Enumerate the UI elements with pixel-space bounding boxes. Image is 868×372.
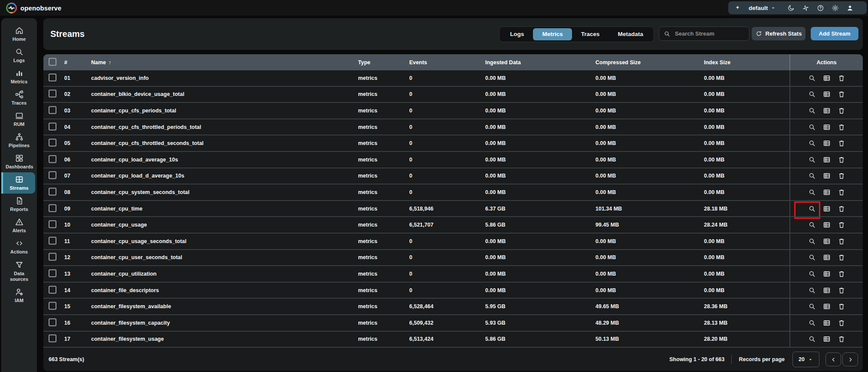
explore-stream-button[interactable] xyxy=(808,172,816,180)
sidebar-item[interactable]: Actions xyxy=(1,236,35,257)
sidebar-item[interactable]: Reports xyxy=(1,194,35,215)
column-name[interactable]: Name↑ xyxy=(91,59,111,66)
explore-stream-button[interactable] xyxy=(808,303,816,310)
sidebar-item[interactable]: Home xyxy=(1,23,35,45)
delete-stream-button[interactable] xyxy=(838,237,845,245)
delete-stream-button[interactable] xyxy=(838,123,845,131)
row-checkbox[interactable] xyxy=(49,204,56,212)
delete-stream-button[interactable] xyxy=(838,172,845,180)
table-row[interactable]: 11 container_cpu_usage_seconds_total met… xyxy=(43,233,863,249)
table-row[interactable]: 13 container_cpu_utilization metrics 0 0… xyxy=(43,265,863,282)
sidebar-item[interactable]: Data sources xyxy=(1,257,35,285)
add-stream-button[interactable]: Add Stream xyxy=(811,27,858,40)
sidebar-item[interactable]: RUM xyxy=(1,109,35,130)
stream-schema-button[interactable] xyxy=(823,319,831,327)
sidebar-item[interactable]: Traces xyxy=(1,87,35,109)
delete-stream-button[interactable] xyxy=(838,188,845,196)
table-row[interactable]: 04 container_cpu_cfs_throttled_periods_t… xyxy=(43,119,863,135)
stream-schema-button[interactable] xyxy=(823,123,831,131)
stream-schema-button[interactable] xyxy=(823,172,831,180)
row-checkbox[interactable] xyxy=(49,269,56,277)
previous-page-button[interactable] xyxy=(825,352,841,366)
explore-stream-button[interactable] xyxy=(808,205,816,213)
row-checkbox[interactable] xyxy=(49,155,56,163)
explore-stream-button[interactable] xyxy=(808,221,816,229)
stream-schema-button[interactable] xyxy=(823,303,831,310)
stream-schema-button[interactable] xyxy=(823,74,831,82)
row-checkbox[interactable] xyxy=(49,253,56,261)
sidebar-item[interactable]: Logs xyxy=(1,45,35,66)
delete-stream-button[interactable] xyxy=(838,90,845,98)
stream-schema-button[interactable] xyxy=(823,335,831,343)
stream-schema-button[interactable] xyxy=(823,221,831,229)
sidebar-item[interactable]: Pipelines xyxy=(1,130,35,151)
select-all-checkbox[interactable] xyxy=(49,58,56,66)
refresh-stats-button[interactable]: Refresh Stats xyxy=(752,27,806,40)
table-row[interactable]: 17 container_filesystem_usage metrics 6,… xyxy=(43,331,863,347)
sidebar-item[interactable]: Metrics xyxy=(1,66,35,87)
ai-sparkle-icon[interactable] xyxy=(734,4,741,12)
sidebar-item[interactable]: Streams xyxy=(1,172,35,194)
delete-stream-button[interactable] xyxy=(838,221,845,229)
delete-stream-button[interactable] xyxy=(838,139,845,147)
table-row[interactable]: 10 container_cpu_usage metrics 6,521,707… xyxy=(43,216,863,233)
table-row[interactable]: 08 container_cpu_system_seconds_total me… xyxy=(43,184,863,200)
delete-stream-button[interactable] xyxy=(838,156,845,164)
stream-schema-button[interactable] xyxy=(823,270,831,278)
explore-stream-button[interactable] xyxy=(808,270,816,278)
help-icon[interactable] xyxy=(817,4,824,12)
tab[interactable]: Traces xyxy=(572,28,609,40)
explore-stream-button[interactable] xyxy=(808,286,816,294)
stream-schema-button[interactable] xyxy=(823,205,831,213)
table-row[interactable]: 12 container_cpu_user_seconds_total metr… xyxy=(43,249,863,266)
sidebar-item[interactable]: Dashboards xyxy=(1,151,35,172)
row-checkbox[interactable] xyxy=(49,90,56,98)
row-checkbox[interactable] xyxy=(49,188,56,195)
explore-stream-button[interactable] xyxy=(808,237,816,245)
table-row[interactable]: 02 container_blkio_device_usage_total me… xyxy=(43,86,863,102)
explore-stream-button[interactable] xyxy=(808,139,816,147)
explore-stream-button[interactable] xyxy=(808,319,816,327)
slack-icon[interactable] xyxy=(802,4,809,12)
stream-schema-button[interactable] xyxy=(823,107,831,115)
row-checkbox[interactable] xyxy=(49,286,56,293)
delete-stream-button[interactable] xyxy=(838,319,845,327)
table-row[interactable]: 16 container_filesystem_capacity metrics… xyxy=(43,314,863,331)
table-row[interactable]: 07 container_cpu_load_d_average_10s metr… xyxy=(43,168,863,184)
delete-stream-button[interactable] xyxy=(838,303,845,310)
search-stream-input[interactable] xyxy=(674,30,741,37)
user-profile-icon[interactable] xyxy=(846,4,854,12)
delete-stream-button[interactable] xyxy=(838,74,845,82)
stream-schema-button[interactable] xyxy=(823,253,831,261)
org-selector[interactable]: default xyxy=(749,5,776,11)
row-checkbox[interactable] xyxy=(49,221,56,228)
tab[interactable]: Logs xyxy=(501,28,533,40)
row-checkbox[interactable] xyxy=(49,302,56,310)
delete-stream-button[interactable] xyxy=(838,107,845,115)
table-row[interactable]: 15 container_filesystem_available metric… xyxy=(43,298,863,314)
stream-schema-button[interactable] xyxy=(823,286,831,294)
delete-stream-button[interactable] xyxy=(838,335,845,343)
row-checkbox[interactable] xyxy=(49,122,56,130)
row-checkbox[interactable] xyxy=(49,73,56,81)
explore-stream-button[interactable] xyxy=(808,90,816,98)
delete-stream-button[interactable] xyxy=(838,286,845,294)
tab[interactable]: Metrics xyxy=(533,28,572,40)
table-row[interactable]: 01 cadvisor_version_info metrics 0 0.00 … xyxy=(43,70,863,86)
delete-stream-button[interactable] xyxy=(838,270,845,278)
explore-stream-button[interactable] xyxy=(808,253,816,261)
explore-stream-button[interactable] xyxy=(808,335,816,343)
row-checkbox[interactable] xyxy=(49,335,56,342)
stream-schema-button[interactable] xyxy=(823,90,831,98)
tab[interactable]: Metadata xyxy=(608,28,652,40)
table-row[interactable]: 09 container_cpu_time metrics 6,518,946 … xyxy=(43,200,863,217)
explore-stream-button[interactable] xyxy=(808,188,816,196)
table-row[interactable]: 03 container_cpu_cfs_periods_total metri… xyxy=(43,102,863,119)
settings-gear-icon[interactable] xyxy=(832,4,839,12)
table-row[interactable]: 05 container_cpu_cfs_throttled_seconds_t… xyxy=(43,135,863,151)
sidebar-item[interactable]: IAM xyxy=(1,285,35,306)
row-checkbox[interactable] xyxy=(49,237,56,244)
explore-stream-button[interactable] xyxy=(808,156,816,164)
theme-moon-icon[interactable] xyxy=(787,4,795,12)
delete-stream-button[interactable] xyxy=(838,205,845,213)
